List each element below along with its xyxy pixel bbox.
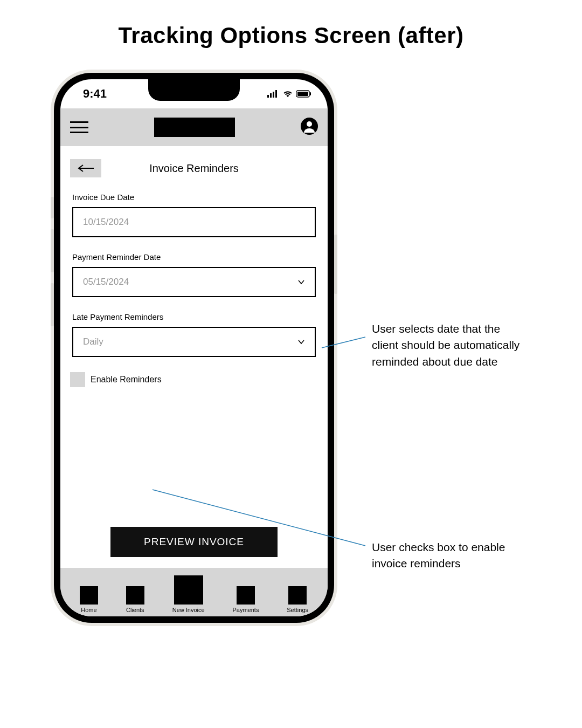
phone-notch xyxy=(148,79,240,101)
annotation-reminder-date: User selects date that the client should… xyxy=(372,321,523,370)
svg-line-10 xyxy=(322,337,365,348)
svg-line-11 xyxy=(153,490,365,546)
annotation-enable-checkbox: User checks box to enable invoice remind… xyxy=(372,539,523,572)
